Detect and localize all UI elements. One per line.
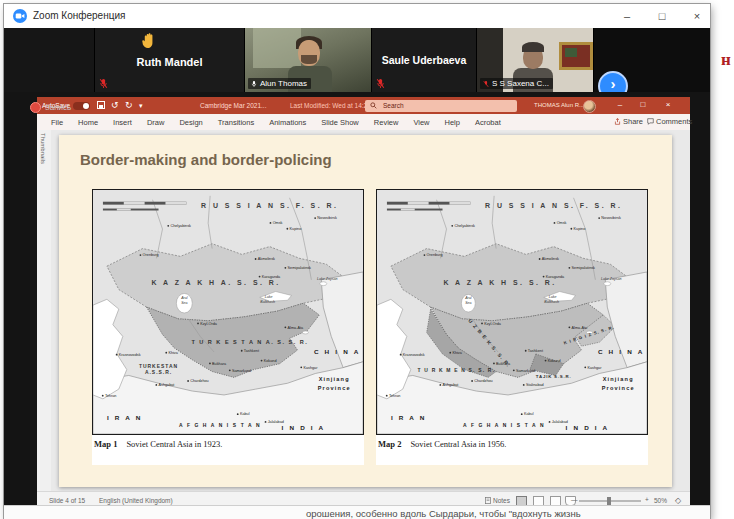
map-shape [300,366,302,368]
map-label: Sea [181,301,187,305]
ppt-restore-button[interactable]: □ [635,100,651,109]
participant-tile-empty[interactable] [4,28,95,92]
map-label: Stalinabad [526,383,544,387]
map-label: Alma-Ata [572,326,588,330]
zoom-app-icon [13,9,27,23]
participant-tile-saule[interactable]: Saule Uderbaeva [372,28,477,92]
undo-icon[interactable]: ↺ [111,100,119,110]
zoom-percentage[interactable]: 50% [654,497,667,504]
map-shape [386,395,388,397]
ribbon-tab-draw[interactable]: Draw [147,118,165,127]
slide-number: Slide 4 of 15 [49,497,85,504]
minimize-button[interactable]: – [610,4,644,28]
map-label: Tehran [389,394,401,398]
map-label: Tashkent [528,349,544,353]
muted-mic-icon [99,78,108,89]
ribbon-tab-home[interactable]: Home [78,118,98,127]
map-label: TAJIK S.S.R. [536,374,572,379]
ribbon-tab-transitions[interactable]: Transitions [218,118,254,127]
map-label: Province [318,385,351,391]
participant-name-bar: Alun Thomas [248,78,311,89]
slide-title: Border-making and border-policing [80,151,332,168]
map-label: Aral [464,296,472,300]
ppt-close-button[interactable]: × [660,100,676,109]
map-label: T U R K M E N S. S. R. [418,369,496,374]
map-label: A.S.S.R. [145,370,172,375]
comments-button[interactable]: Comments [647,117,692,126]
ribbon-tab-view[interactable]: View [413,118,429,127]
background-edge-text: н [721,50,731,70]
redo-icon[interactable]: ↻ [125,100,133,110]
map-label: I R A N [391,414,427,421]
account-name[interactable]: THOMAS Alun R... [534,102,584,108]
map-label: Chelyabinsk [170,224,191,228]
ppt-last-modified[interactable]: Last Modified: Wed at 14:26 [290,102,371,109]
map-label: Kashgar [587,366,602,370]
participant-tile-saxena[interactable]: S S Saxena C... [477,28,594,92]
participant-tile-ruth[interactable]: Ruth Mandel [95,28,245,92]
map-label: Semipalatinsk [572,266,596,270]
share-button[interactable]: Share [614,117,643,126]
close-button[interactable]: × [680,4,714,28]
ribbon-tab-help[interactable]: Help [445,118,460,127]
map-label: Lake Zaysan [317,277,337,281]
map-shape [261,360,263,362]
map-shape [543,276,545,278]
map-label: Alma-Ata [288,326,304,330]
ppt-filename[interactable]: Cambridge Mar 2021... [200,102,266,109]
zoom-in-button[interactable]: + [645,496,649,503]
map-label: Province [602,385,635,391]
map-shape [539,258,541,260]
map-shape [167,225,169,227]
map-label: Kabul [524,412,534,416]
map-label: Bukhara [212,362,227,366]
map-label: Krasnovodsk [403,353,425,357]
map-label: T U R K E S T A N A. S. S. R. [191,339,308,345]
notes-button[interactable]: Notes [485,497,510,504]
ribbon-tab-slide-show[interactable]: Slide Show [321,118,359,127]
ppt-titlebar: AutoSave ↺ ↻ ▾ Cambridge Mar 2021... Las… [37,97,690,114]
map-label: Ashgabat [443,383,460,387]
ribbon-tab-animations[interactable]: Animations [269,118,306,127]
ribbon-tab-insert[interactable]: Insert [113,118,132,127]
avatar[interactable] [583,100,596,113]
map-label: Tashkent [244,349,260,353]
thumbnails-label: Thumbnails [40,133,46,193]
fit-slide-icon[interactable]: ◇ [675,496,681,505]
map-label: I R A N [107,414,143,421]
zoom-slider-knob[interactable] [607,497,611,505]
ribbon-tab-review[interactable]: Review [374,118,399,127]
thumbnails-panel[interactable]: Thumbnails [37,130,52,491]
ribbon-tab-design[interactable]: Design [179,118,202,127]
map-shape [116,354,118,356]
map-label: Khiva [168,351,178,355]
map-shape [209,363,211,365]
map-label: I N D I A [282,424,326,431]
map-label: Akmolinsk [542,257,559,261]
participant-tile-alun[interactable]: Alun Thomas [245,28,372,92]
map-label: Semipalatinsk [288,266,312,270]
zoom-out-button[interactable]: — [571,496,578,503]
map-shape [314,217,316,219]
language-status[interactable]: English (United Kingdom) [99,497,173,504]
map-label: TURKESTAN [139,364,178,369]
map-shape [570,228,572,230]
ppt-minimize-button[interactable]: – [612,100,628,109]
map-label: I N D I A [566,424,610,431]
muted-mic-icon [376,78,385,89]
save-icon[interactable] [97,101,105,109]
map-shape [270,222,272,224]
maximize-button[interactable]: □ [645,4,679,28]
map-label: Kzyl-Orda [200,322,218,326]
map-label: Samarkand [516,369,535,373]
comment-icon [647,118,654,125]
map-shape [284,267,286,269]
search-box[interactable] [365,100,517,112]
caption-text: орошения, особенно вдоль Сырдарьи, чтобы… [306,508,581,519]
ribbon-tab-acrobat[interactable]: Acrobat [475,118,501,127]
quick-access-caret-icon[interactable]: ▾ [139,102,143,110]
map-label: Ashgabat [159,383,176,387]
recording-indicator: Запись [30,102,71,113]
search-input[interactable] [381,101,505,110]
ribbon-tab-file[interactable]: File [51,118,63,127]
